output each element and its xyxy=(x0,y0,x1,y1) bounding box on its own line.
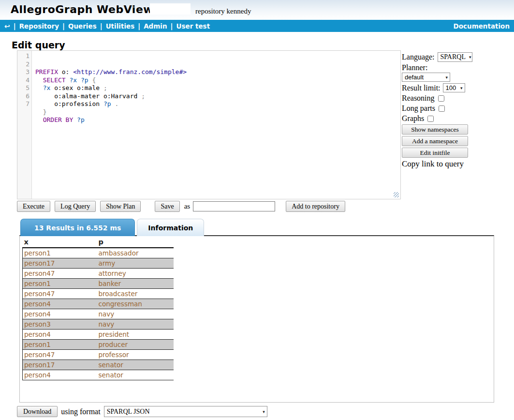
code-token: o:profession xyxy=(35,100,103,107)
table-cell[interactable]: person1 xyxy=(23,248,97,258)
code-token xyxy=(35,108,43,116)
table-cell[interactable]: congressman xyxy=(97,299,174,309)
copy-link-to-query[interactable]: Copy link to query xyxy=(402,159,514,169)
chevron-down-icon: ▾ xyxy=(263,409,265,414)
execute-button[interactable]: Execute xyxy=(17,201,50,212)
results-table: xp person1ambassadorperson17armyperson47… xyxy=(22,237,174,380)
line-number: 5 xyxy=(17,84,29,92)
graphs-checkbox[interactable] xyxy=(427,116,434,122)
table-cell[interactable]: person47 xyxy=(23,289,97,299)
table-cell[interactable]: senator xyxy=(97,370,174,380)
code-token: o:alma-mater o:Harvard xyxy=(35,92,141,100)
code-token xyxy=(35,116,43,123)
editor-code[interactable]: PREFIX o: <http://www.franz.com/simple#>… xyxy=(32,51,400,199)
table-cell[interactable]: person3 xyxy=(23,319,97,330)
code-token: ?x xyxy=(69,76,77,84)
table-cell[interactable]: banker xyxy=(97,279,174,289)
table-row: person4navy xyxy=(23,309,174,319)
nav-item-queries[interactable]: Queries xyxy=(68,22,97,30)
table-row: person17senator xyxy=(23,360,174,370)
nav-separator: | xyxy=(62,22,65,30)
query-options-panel: Language: SPARQL ▾ Planner: default ▾ Re… xyxy=(402,52,514,169)
save-button[interactable]: Save xyxy=(155,201,179,212)
planner-select[interactable]: default ▾ xyxy=(402,73,450,82)
table-cell[interactable]: person47 xyxy=(23,350,97,360)
table-row: person1producer xyxy=(23,340,174,350)
table-row: person4congressman xyxy=(23,299,174,309)
namespace-buttons: Show namespacesAdd a namespaceEdit initf… xyxy=(402,124,514,158)
table-cell[interactable]: army xyxy=(97,258,174,269)
result-limit-select[interactable]: 100 ▾ xyxy=(443,83,465,92)
tab-13-results-in-6-552-ms[interactable]: 13 Results in 6.552 ms xyxy=(20,219,135,236)
query-editor[interactable]: 1234567 PREFIX o: <http://www.franz.com/… xyxy=(17,50,401,199)
table-row: person3navy xyxy=(23,319,174,330)
save-as-label: as xyxy=(184,202,191,210)
nav-item-utilities[interactable]: Utilities xyxy=(106,22,135,30)
save-name-input[interactable] xyxy=(193,201,275,211)
code-token: ORDER BY xyxy=(43,116,73,123)
table-cell[interactable]: navy xyxy=(97,309,174,319)
chevron-down-icon: ▾ xyxy=(469,55,471,60)
table-cell[interactable]: person1 xyxy=(23,340,97,350)
table-cell[interactable]: person47 xyxy=(23,269,97,279)
table-cell[interactable]: person4 xyxy=(23,330,97,340)
table-cell[interactable]: senator xyxy=(97,360,174,370)
resize-grip-icon[interactable] xyxy=(394,192,399,197)
code-line: ?x o:sex o:male ; xyxy=(35,84,400,92)
table-cell[interactable]: person4 xyxy=(23,299,97,309)
table-cell[interactable]: broadcaster xyxy=(97,289,174,299)
tab-information[interactable]: Information xyxy=(137,219,204,236)
line-number: 7 xyxy=(17,100,29,108)
edit-initfile-button[interactable]: Edit initfile xyxy=(402,148,468,158)
format-select[interactable]: SPARQL JSON ▾ xyxy=(104,406,267,417)
nav-item-admin[interactable]: Admin xyxy=(144,22,167,30)
table-cell[interactable]: professor xyxy=(97,350,174,360)
table-row: person47attorney xyxy=(23,269,174,279)
nav-item-repository[interactable]: Repository xyxy=(19,22,59,30)
nav-bar: ↩ |Repository|Queries|Utilities|Admin|Us… xyxy=(0,20,514,32)
table-cell[interactable]: person17 xyxy=(23,258,97,269)
table-cell[interactable]: person4 xyxy=(23,370,97,380)
table-row: person1banker xyxy=(23,279,174,289)
table-cell[interactable]: attorney xyxy=(97,269,174,279)
checkbox-row: Long parts xyxy=(402,104,514,113)
long-parts-label: Long parts xyxy=(402,104,435,113)
code-token: ?p xyxy=(81,76,88,84)
code-token xyxy=(73,116,77,123)
table-cell[interactable]: person1 xyxy=(23,279,97,289)
add-to-repository-button[interactable]: Add to repository xyxy=(286,201,345,212)
long-parts-checkbox[interactable] xyxy=(439,105,445,112)
table-cell[interactable]: producer xyxy=(97,340,174,350)
line-number: 4 xyxy=(17,76,29,85)
add-a-namespace-button[interactable]: Add a namespace xyxy=(402,136,468,146)
nav-separator: | xyxy=(138,22,140,30)
show-plan-button[interactable]: Show Plan xyxy=(100,201,141,212)
code-token xyxy=(35,76,43,84)
table-cell[interactable]: person4 xyxy=(23,309,97,319)
table-cell[interactable]: navy xyxy=(97,319,174,330)
code-token: ?x xyxy=(43,84,51,91)
code-line: PREFIX o: <http://www.franz.com/simple#> xyxy=(35,68,400,76)
show-namespaces-button[interactable]: Show namespaces xyxy=(402,124,468,135)
table-cell[interactable]: president xyxy=(97,330,174,340)
code-token: . xyxy=(115,100,118,107)
table-row: person47professor xyxy=(23,350,174,360)
reasoning-checkbox[interactable] xyxy=(438,95,444,102)
table-cell[interactable]: person17 xyxy=(23,360,97,370)
download-button[interactable]: Download xyxy=(17,406,58,417)
nav-items: ↩ |Repository|Queries|Utilities|Admin|Us… xyxy=(4,22,210,30)
documentation-link[interactable]: Documentation xyxy=(454,22,510,30)
back-arrow-icon[interactable]: ↩ xyxy=(4,22,10,30)
table-cell[interactable]: ambassador xyxy=(97,248,174,258)
planner-label: Planner: xyxy=(402,63,514,72)
line-number: 2 xyxy=(17,60,29,69)
code-line: } xyxy=(35,108,400,117)
editor-line-numbers: 1234567 xyxy=(17,51,32,199)
table-row: person47broadcaster xyxy=(23,289,174,299)
table-row: person4president xyxy=(23,330,174,340)
log-query-button[interactable]: Log Query xyxy=(55,201,96,212)
chevron-down-icon: ▾ xyxy=(445,75,448,80)
nav-item-user-test[interactable]: User test xyxy=(176,22,210,30)
language-select[interactable]: SPARQL ▾ xyxy=(438,52,472,62)
code-token: ; xyxy=(103,84,107,91)
